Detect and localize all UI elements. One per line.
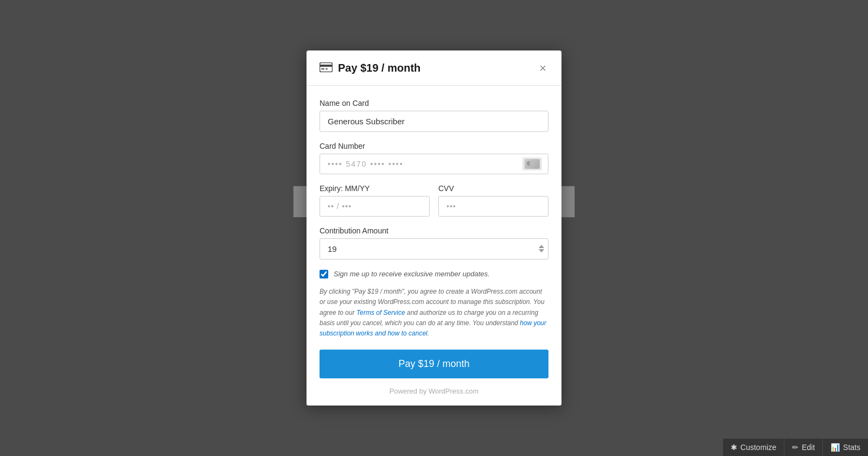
powered-by-label: Powered by <box>390 387 427 395</box>
stats-icon: 📊 <box>831 443 840 452</box>
stats-button[interactable]: 📊 Stats <box>822 439 868 456</box>
modal-body: Name on Card Card Number Expiry: MM/YY C… <box>307 86 561 378</box>
stats-label: Stats <box>843 443 860 452</box>
name-on-card-label: Name on Card <box>320 99 548 107</box>
edit-label: Edit <box>802 443 815 452</box>
wordpress-link[interactable]: WordPress.com <box>429 387 478 395</box>
cvv-input[interactable] <box>438 196 548 217</box>
edit-button[interactable]: ✏ Edit <box>784 439 822 456</box>
name-on-card-input[interactable] <box>320 111 548 132</box>
contribution-group: Contribution Amount <box>320 226 548 259</box>
card-number-label: Card Number <box>320 142 548 150</box>
contribution-wrapper <box>320 238 548 259</box>
close-button[interactable]: × <box>537 61 548 75</box>
cvv-group: CVV <box>438 184 548 217</box>
contribution-input[interactable] <box>320 238 548 259</box>
modal-header: Pay $19 / month × <box>307 50 561 86</box>
contribution-spinner <box>539 245 544 252</box>
expiry-label: Expiry: MM/YY <box>320 184 430 193</box>
admin-bar: ✱ Customize ✏ Edit 📊 Stats <box>723 439 868 456</box>
card-number-input[interactable] <box>320 154 548 174</box>
powered-by-text: Powered by WordPress.com <box>390 387 479 395</box>
newsletter-checkbox[interactable] <box>320 270 328 278</box>
newsletter-checkbox-row: Sign me up to receive exclusive member u… <box>320 269 548 279</box>
modal-title-area: Pay $19 / month <box>320 62 420 74</box>
contribution-label: Contribution Amount <box>320 226 548 235</box>
customize-icon: ✱ <box>731 443 737 452</box>
customize-button[interactable]: ✱ Customize <box>723 439 784 456</box>
legal-text: By clicking "Pay $19 / month", you agree… <box>320 287 548 339</box>
pay-button[interactable]: Pay $19 / month <box>320 350 548 378</box>
credit-card-icon <box>320 62 333 74</box>
card-number-wrapper <box>320 154 548 174</box>
card-type-icon <box>522 157 542 170</box>
spinner-down[interactable] <box>539 249 544 252</box>
terms-of-service-link[interactable]: Terms of Service <box>356 309 405 316</box>
cvv-label: CVV <box>438 184 548 193</box>
card-brand-graphic <box>525 159 540 169</box>
svg-rect-3 <box>326 68 328 69</box>
customize-label: Customize <box>741 443 776 452</box>
expiry-group: Expiry: MM/YY <box>320 184 430 217</box>
spinner-up[interactable] <box>539 245 544 248</box>
card-number-group: Card Number <box>320 142 548 174</box>
newsletter-checkbox-label: Sign me up to receive exclusive member u… <box>334 269 490 279</box>
svg-rect-2 <box>321 68 324 69</box>
modal-title: Pay $19 / month <box>338 62 420 74</box>
expiry-cvv-row: Expiry: MM/YY CVV <box>320 184 548 217</box>
modal-footer: Powered by WordPress.com <box>307 378 561 406</box>
name-on-card-group: Name on Card <box>320 99 548 132</box>
payment-modal: Pay $19 / month × Name on Card Card Numb… <box>307 50 561 406</box>
legal-text-3: . <box>427 330 429 337</box>
svg-rect-0 <box>320 62 333 72</box>
svg-rect-1 <box>320 65 333 67</box>
edit-icon: ✏ <box>792 443 799 452</box>
expiry-input[interactable] <box>320 196 430 217</box>
